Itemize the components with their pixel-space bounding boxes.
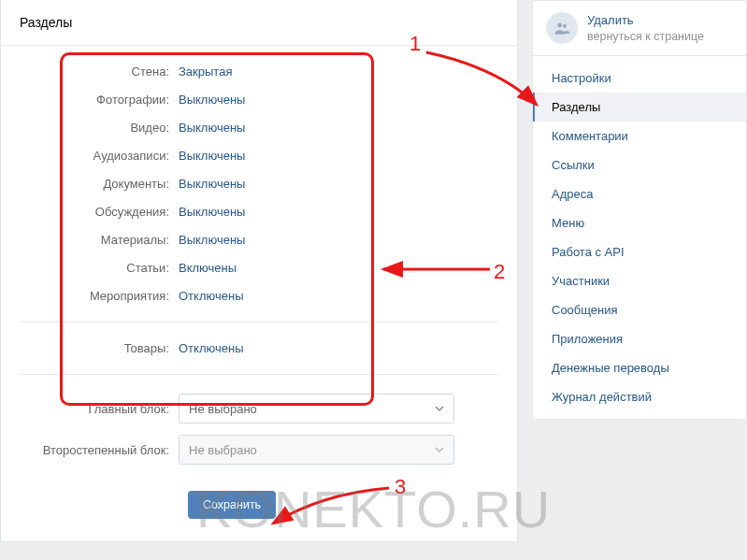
sidebar-nav-item[interactable]: Приложения (533, 324, 746, 353)
chevron-down-icon (435, 445, 444, 454)
main-panel: Разделы Стена:ЗакрытаяФотографии:Выключе… (0, 0, 518, 542)
setting-label: Фотографии: (20, 93, 179, 107)
setting-value-link[interactable]: Закрытая (179, 65, 232, 79)
sidebar-nav-item[interactable]: Меню (533, 208, 746, 237)
nav-list: НастройкиРазделыКомментарииСсылкиАдресаМ… (533, 56, 746, 419)
setting-value-link[interactable]: Выключены (179, 93, 245, 107)
setting-row-goods: Товары: Отключены (20, 341, 498, 355)
main-block-select[interactable]: Не выбрано (179, 394, 454, 424)
setting-label: Документы: (20, 177, 179, 191)
secondary-block-select: Не выбрано (179, 435, 454, 465)
setting-row: Обсуждения:Выключены (20, 205, 498, 219)
setting-value-link[interactable]: Отключены (179, 341, 243, 355)
setting-label: Аудиозаписи: (20, 149, 179, 163)
sidebar: Удалить вернуться к странице НастройкиРа… (532, 0, 747, 420)
sidebar-nav-item[interactable]: Участники (533, 266, 746, 295)
sidebar-header: Удалить вернуться к странице (533, 1, 746, 56)
setting-row: Стена:Закрытая (20, 65, 498, 79)
setting-row: Аудиозаписи:Выключены (20, 149, 498, 163)
setting-row: Фотографии:Выключены (20, 93, 498, 107)
setting-value-link[interactable]: Выключены (179, 149, 245, 163)
setting-row: Материалы:Выключены (20, 233, 498, 247)
main-block-row: Главный блок: Не выбрано (20, 394, 498, 424)
return-link[interactable]: вернуться к странице (587, 29, 704, 45)
svg-point-1 (563, 24, 567, 28)
panel-title: Разделы (1, 0, 517, 46)
annotation-number-3: 3 (395, 475, 406, 499)
sidebar-nav-item[interactable]: Ссылки (533, 151, 746, 179)
setting-label: Видео: (20, 121, 179, 135)
select-value: Не выбрано (189, 402, 257, 416)
setting-value-link[interactable]: Выключены (179, 233, 245, 247)
divider (20, 322, 498, 323)
setting-label: Стена: (20, 65, 179, 79)
annotation-number-2: 2 (494, 260, 505, 284)
setting-row: Видео:Выключены (20, 121, 498, 135)
sidebar-nav-item[interactable]: Комментарии (533, 122, 746, 151)
setting-value-link[interactable]: Включены (179, 261, 237, 275)
setting-value-link[interactable]: Выключены (179, 177, 245, 191)
setting-label: Обсуждения: (20, 205, 179, 219)
select-label: Главный блок: (20, 402, 179, 416)
select-value: Не выбрано (189, 443, 257, 457)
sidebar-nav-item[interactable]: Адреса (533, 179, 746, 208)
setting-row: Статьи:Включены (20, 261, 498, 275)
secondary-block-row: Второстепенный блок: Не выбрано (20, 435, 498, 465)
sidebar-nav-item[interactable]: Разделы (533, 93, 746, 122)
setting-value-link[interactable]: Отключены (179, 289, 243, 303)
select-label: Второстепенный блок: (20, 443, 179, 457)
setting-value-link[interactable]: Выключены (179, 205, 245, 219)
sidebar-nav-item[interactable]: Работа с API (533, 237, 746, 266)
annotation-number-1: 1 (409, 32, 421, 56)
group-avatar-icon (546, 12, 578, 44)
chevron-down-icon (435, 404, 444, 413)
delete-link[interactable]: Удалить (587, 12, 704, 29)
save-button[interactable]: Сохранить (188, 491, 276, 519)
sidebar-nav-item[interactable]: Денежные переводы (533, 353, 746, 382)
setting-label: Товары: (20, 341, 179, 355)
sidebar-nav-item[interactable]: Сообщения (533, 295, 746, 324)
setting-label: Мероприятия: (20, 289, 179, 303)
setting-label: Материалы: (20, 233, 179, 247)
setting-label: Статьи: (20, 261, 179, 275)
divider (20, 374, 498, 375)
setting-value-link[interactable]: Выключены (179, 121, 245, 135)
svg-point-0 (557, 23, 562, 28)
sidebar-nav-item[interactable]: Настройки (533, 64, 746, 93)
setting-row: Документы:Выключены (20, 177, 498, 191)
setting-row: Мероприятия:Отключены (20, 289, 498, 303)
sidebar-nav-item[interactable]: Журнал действий (533, 382, 746, 411)
